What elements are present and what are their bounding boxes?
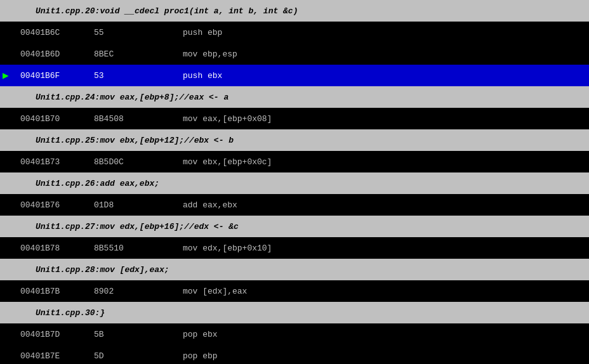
- row-14[interactable]: Unit1.cpp.30: }: [0, 302, 589, 323]
- instruction-cell: mov ebx,[ebp+0x0c]: [145, 157, 586, 167]
- address-cell: 00401B76: [18, 200, 94, 210]
- row-1[interactable]: 00401B6C55push ebp: [0, 22, 589, 43]
- row-5[interactable]: 00401B708B4508mov eax,[ebp+0x08]: [0, 108, 589, 129]
- bytes-cell: 8B5D0C: [94, 157, 145, 167]
- address-cell: Unit1.cpp.25: mov ebx,[ebp+12]; //ebx <-…: [18, 136, 586, 145]
- instruction-cell: add eax,ebx: [145, 200, 586, 210]
- bytes-cell: 8B4508: [94, 114, 145, 124]
- address-cell: 00401B6C: [18, 28, 94, 37]
- bytes-cell: 8BEC: [94, 49, 145, 59]
- instruction-cell: mov [edx],eax: [145, 287, 586, 296]
- row-12[interactable]: Unit1.cpp.28: mov [edx],eax;: [0, 259, 589, 280]
- address-cell: 00401B73: [18, 157, 94, 167]
- instruction-cell: mov edx,[ebp+0x10]: [145, 244, 586, 253]
- address-cell: 00401B6D: [18, 49, 94, 59]
- bytes-cell: 01D8: [94, 200, 145, 210]
- address-cell: 00401B7B: [18, 287, 94, 296]
- disassembly-view: Unit1.cpp.20: void __cdecl proc1(int a, …: [0, 0, 589, 364]
- instruction-cell: mov ebp,esp: [145, 49, 586, 59]
- address-cell: 00401B7E: [18, 351, 94, 361]
- bytes-cell: 55: [94, 28, 145, 37]
- instruction-cell: mov eax,[ebp+0x08]: [145, 114, 586, 124]
- address-cell: 00401B70: [18, 114, 94, 124]
- row-0[interactable]: Unit1.cpp.20: void __cdecl proc1(int a, …: [0, 0, 589, 22]
- address-cell: 00401B7D: [18, 330, 94, 339]
- row-2[interactable]: 00401B6D8BECmov ebp,esp: [0, 43, 589, 65]
- address-cell: Unit1.cpp.20: void __cdecl proc1(int a, …: [18, 6, 586, 16]
- bytes-cell: 8902: [94, 287, 145, 296]
- row-8[interactable]: Unit1.cpp.26: add eax,ebx;: [0, 172, 589, 194]
- address-cell: Unit1.cpp.24: mov eax,[ebp+8]; //eax <- …: [18, 93, 586, 102]
- bytes-cell: 8B5510: [94, 244, 145, 253]
- row-4[interactable]: Unit1.cpp.24: mov eax,[ebp+8]; //eax <- …: [0, 86, 589, 108]
- address-cell: Unit1.cpp.28: mov [edx],eax;: [18, 265, 586, 275]
- arrow-indicator: ▶: [3, 69, 18, 82]
- row-15[interactable]: 00401B7D5Bpop ebx: [0, 323, 589, 345]
- instruction-cell: pop ebp: [145, 351, 586, 361]
- instruction-cell: pop ebx: [145, 330, 586, 339]
- instruction-cell: push ebx: [145, 71, 586, 81]
- row-6[interactable]: Unit1.cpp.25: mov ebx,[ebp+12]; //ebx <-…: [0, 129, 589, 151]
- address-cell: Unit1.cpp.26: add eax,ebx;: [18, 179, 586, 188]
- instruction-cell: push ebp: [145, 28, 586, 37]
- row-9[interactable]: 00401B7601D8add eax,ebx: [0, 194, 589, 216]
- bytes-cell: 53: [94, 71, 145, 81]
- address-cell: 00401B78: [18, 244, 94, 253]
- address-cell: 00401B6F: [18, 71, 94, 81]
- address-cell: Unit1.cpp.30: }: [18, 308, 586, 318]
- row-7[interactable]: 00401B738B5D0Cmov ebx,[ebp+0x0c]: [0, 151, 589, 172]
- row-10[interactable]: Unit1.cpp.27: mov edx,[ebp+16]; //edx <-…: [0, 216, 589, 237]
- bytes-cell: 5D: [94, 351, 145, 361]
- row-3[interactable]: ▶00401B6F53push ebx: [0, 65, 589, 86]
- bytes-cell: 5B: [94, 330, 145, 339]
- row-13[interactable]: 00401B7B8902mov [edx],eax: [0, 280, 589, 302]
- row-16[interactable]: 00401B7E5Dpop ebp: [0, 345, 589, 364]
- row-11[interactable]: 00401B788B5510mov edx,[ebp+0x10]: [0, 237, 589, 259]
- address-cell: Unit1.cpp.27: mov edx,[ebp+16]; //edx <-…: [18, 222, 586, 231]
